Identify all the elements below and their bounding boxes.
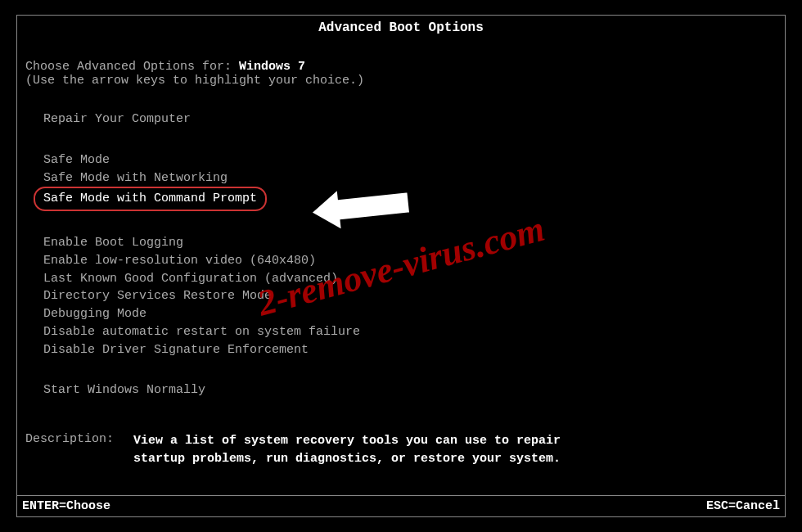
description-text: View a list of system recovery tools you… xyxy=(133,432,561,468)
intro-hint: (Use the arrow keys to highlight your ch… xyxy=(25,74,777,88)
description-block: Description: View a list of system recov… xyxy=(25,432,777,468)
menu-disable-restart[interactable]: Disable automatic restart on system fail… xyxy=(43,323,777,341)
menu-repair[interactable]: Repair Your Computer xyxy=(43,110,777,128)
menu-safe-mode[interactable]: Safe Mode xyxy=(43,151,777,169)
menu-safe-mode-cmd[interactable]: Safe Mode with Command Prompt xyxy=(43,187,777,211)
menu-ds-restore[interactable]: Directory Services Restore Mode xyxy=(43,287,777,305)
menu-boot-logging[interactable]: Enable Boot Logging xyxy=(43,234,777,252)
description-label: Description: xyxy=(25,432,133,468)
footer-bar: ENTER=Choose ESC=Cancel xyxy=(17,495,785,516)
menu-low-res[interactable]: Enable low-resolution video (640x480) xyxy=(43,252,777,270)
footer-enter: ENTER=Choose xyxy=(22,499,110,513)
footer-esc: ESC=Cancel xyxy=(706,499,780,513)
menu-safe-mode-networking[interactable]: Safe Mode with Networking xyxy=(43,169,777,187)
menu-disable-sig[interactable]: Disable Driver Signature Enforcement xyxy=(43,341,777,359)
menu-start-normal[interactable]: Start Windows Normally xyxy=(43,381,777,399)
intro-block: Choose Advanced Options for: Windows 7 (… xyxy=(25,60,777,88)
menu-debugging[interactable]: Debugging Mode xyxy=(43,305,777,323)
intro-prefix: Choose Advanced Options for: xyxy=(25,60,239,74)
menu-last-known[interactable]: Last Known Good Configuration (advanced) xyxy=(43,270,777,288)
boot-menu: Repair Your Computer Safe Mode Safe Mode… xyxy=(25,110,777,399)
screen-border: Advanced Boot Options Choose Advanced Op… xyxy=(16,15,786,517)
os-name: Windows 7 xyxy=(239,60,305,74)
page-title: Advanced Boot Options xyxy=(17,16,785,40)
highlighted-option: Safe Mode with Command Prompt xyxy=(34,187,267,211)
